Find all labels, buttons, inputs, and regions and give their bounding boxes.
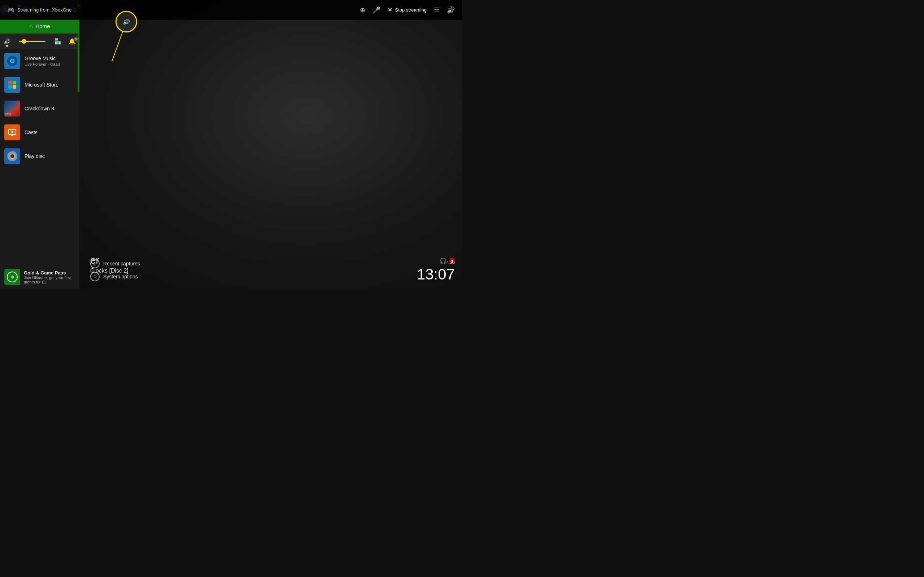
groove-music-text: Groove Music Live Forever - Oasis	[24, 56, 75, 66]
sub-nav-bar: 🔊 🏪 🔔 3	[0, 34, 79, 49]
main-time-display: 13:07	[417, 266, 455, 283]
xbox-logo-small: 🎮	[7, 6, 15, 13]
play-disc-text: Play disc	[24, 153, 75, 159]
home-icon: ⌂	[29, 23, 32, 29]
microsoft-store-text: Microsoft Store	[24, 82, 75, 88]
game-pass-icon: ⊕	[4, 269, 20, 285]
game-pass-subtitle: Join Ultimate, get your first month for …	[24, 276, 75, 284]
system-options-icon: ⊙	[90, 272, 100, 281]
xbox-game-pass-logo: ⊕	[7, 272, 18, 282]
close-icon: ✕	[388, 6, 393, 13]
menu-icon[interactable]: ☰	[434, 6, 439, 14]
crackdown-thumbnail	[4, 101, 20, 116]
menu-item-crackdown-3[interactable]: Crackdown 3	[0, 97, 79, 121]
groove-music-title: Groove Music	[24, 56, 75, 61]
small-time: 4:36	[446, 260, 455, 265]
xbox-icon-top[interactable]: ⊕	[360, 6, 365, 14]
sub-nav-volume[interactable]: 🔊	[3, 38, 10, 45]
sidebar-accent-bar	[78, 20, 79, 92]
top-bar: 🎮 Streaming from: XboxOne ⊕ 🎤 ✕ Stop str…	[0, 0, 462, 20]
volume-icon: 🔊	[3, 38, 10, 44]
casts-text: Casts	[24, 129, 75, 135]
ms-red	[8, 81, 12, 84]
xbox-gp-symbol: ⊕	[10, 274, 14, 279]
microsoft-store-icon	[4, 77, 20, 93]
recent-captures-icon: ◎	[90, 259, 100, 268]
groove-music-subtitle: Live Forever - Oasis	[24, 62, 75, 66]
recent-captures-label: Recent captures	[103, 261, 140, 266]
content-area: er Clocks [Disc 2]	[79, 20, 462, 288]
system-options-item[interactable]: ⊙ System options	[90, 272, 140, 281]
sub-nav-notifications[interactable]: 🔔 3	[69, 38, 76, 45]
menu-item-microsoft-store[interactable]: Microsoft Store	[0, 73, 79, 97]
microphone-icon[interactable]: 🎤	[373, 6, 380, 14]
casts-icon-container	[4, 124, 20, 140]
microsoft-store-title: Microsoft Store	[24, 82, 75, 88]
crackdown-3-title: Crackdown 3	[24, 106, 75, 111]
casts-icon	[7, 127, 17, 137]
recent-captures-item[interactable]: ◎ Recent captures	[90, 259, 140, 268]
crackdown-3-icon	[4, 101, 20, 116]
now-playing-subtitle: Clocks [Disc 2]	[90, 268, 451, 274]
bottom-right-panel: 🎧 ▮ 4:36 13:07	[417, 258, 455, 283]
groove-music-icon	[4, 53, 20, 69]
sub-nav-store[interactable]: 🏪	[54, 38, 61, 45]
time-container: 4:36 13:07	[417, 266, 455, 283]
ms-blue	[8, 85, 12, 89]
home-label: Home	[36, 23, 50, 29]
play-disc-title: Play disc	[24, 153, 75, 159]
groove-vinyl-icon	[7, 56, 17, 66]
home-button[interactable]: ⌂ Home	[0, 19, 79, 34]
speaker-icon[interactable]: 🔊	[447, 6, 455, 14]
ms-green	[13, 81, 16, 84]
headphone-icon: 🎧	[439, 258, 447, 264]
casts-title: Casts	[24, 129, 75, 135]
top-bar-right: ⊕ 🎤 ✕ Stop streaming ☰ 🔊	[360, 6, 455, 14]
now-playing-title: er	[90, 255, 451, 266]
menu-item-groove-music[interactable]: Groove Music Live Forever - Oasis	[0, 49, 79, 73]
ms-grid-icon	[8, 81, 16, 89]
menu-list: Groove Music Live Forever - Oasis Micros…	[0, 49, 79, 264]
sidebar: 🐱 👥 50 👤 ⚡ ⊕ 🗨 🔔 ⚙ 8 ⌂ Home	[0, 0, 79, 288]
game-pass-title: Gold & Game Pass	[24, 270, 75, 276]
game-pass-text: Gold & Game Pass Join Ultimate, get your…	[24, 270, 75, 284]
streaming-label-container: 🎮 Streaming from: XboxOne	[7, 6, 71, 13]
disc-icon	[7, 151, 17, 161]
menu-item-play-disc[interactable]: Play disc	[0, 144, 79, 168]
store-nav-icon: 🏪	[54, 38, 61, 44]
game-pass-item[interactable]: ⊕ Gold & Game Pass Join Ultimate, get yo…	[0, 266, 79, 288]
stop-streaming-label: Stop streaming	[395, 7, 426, 13]
ms-yellow	[13, 85, 16, 89]
crackdown-3-text: Crackdown 3	[24, 106, 75, 111]
menu-item-casts[interactable]: Casts	[0, 121, 79, 144]
stop-streaming-button[interactable]: ✕ Stop streaming	[388, 6, 426, 13]
play-disc-icon-container	[4, 148, 20, 164]
svg-point-1	[11, 131, 13, 133]
streaming-label: Streaming from: XboxOne	[17, 7, 71, 13]
bottom-overlay: ◎ Recent captures ⊙ System options	[90, 259, 140, 281]
system-options-label: System options	[103, 274, 138, 279]
